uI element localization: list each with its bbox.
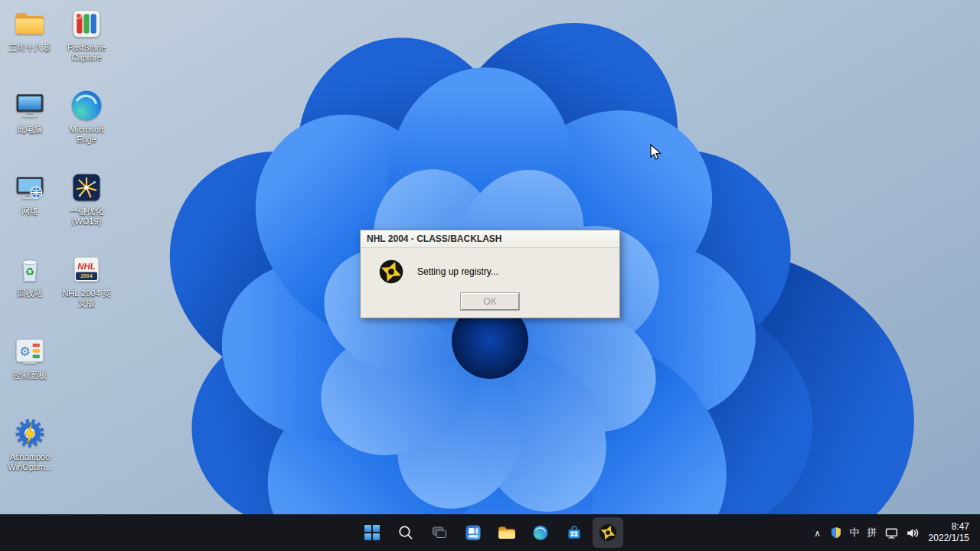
icon-label: 回收站 xyxy=(18,289,43,298)
recycle-bin-icon: ♻ xyxy=(12,252,47,287)
svg-text:♻: ♻ xyxy=(25,266,34,278)
svg-text:2004: 2004 xyxy=(80,273,93,279)
tray-shield-icon[interactable] xyxy=(826,517,846,548)
desktop-icon-ashampoo[interactable]: Ashampoo WinOptim... xyxy=(2,414,58,496)
taskbar: ∧ 中 拼 8:47 2022/1/15 xyxy=(0,514,980,551)
search-icon xyxy=(397,523,415,542)
folder-icon xyxy=(12,6,47,41)
computer-icon xyxy=(12,88,47,123)
icon-label: 一键优化 (WO19) xyxy=(59,207,114,227)
svg-text:NHL: NHL xyxy=(77,262,95,271)
tray-chevron-icon[interactable]: ∧ xyxy=(809,518,826,549)
nhl-installer-button[interactable] xyxy=(593,517,623,548)
nhl-blade-icon xyxy=(598,523,618,543)
task-view-button[interactable] xyxy=(424,517,455,548)
icon-label: 三街十八巷 xyxy=(9,43,51,53)
widgets-button[interactable] xyxy=(458,517,488,548)
network-icon[interactable] xyxy=(881,517,902,548)
edge-button[interactable] xyxy=(525,517,556,548)
icon-label: 控制面板 xyxy=(13,370,47,380)
nhl-blade-icon xyxy=(377,258,405,285)
desktop-icon-control-panel[interactable]: ⚙ 控制面板 xyxy=(2,332,58,414)
start-button[interactable] xyxy=(357,517,387,548)
volume-icon[interactable] xyxy=(902,517,923,548)
dialog-title-text: NHL 2004 - CLASS/BACKLASH xyxy=(367,233,501,244)
desktop-icon-nhl-game[interactable]: NHL 2004 NHL 2004 英文版 xyxy=(58,250,115,332)
network-monitor-icon xyxy=(12,170,47,205)
taskbar-center xyxy=(357,517,623,548)
icon-label: 此电脑 xyxy=(18,125,43,135)
tray-ime-mode[interactable]: 拼 xyxy=(864,517,881,548)
dialog-message: Setting up registry... xyxy=(417,266,498,277)
icon-label: Ashampoo WinOptim... xyxy=(2,452,57,472)
desktop-icons: 三街十八巷 FastStone Capture 此电脑 xyxy=(2,5,115,496)
widgets-icon xyxy=(464,523,482,542)
ok-button[interactable]: OK xyxy=(461,293,519,310)
desktop-icon-recycle-bin[interactable]: ♻ 回收站 xyxy=(2,250,58,332)
control-panel-icon: ⚙ xyxy=(12,334,47,369)
tray-clock[interactable]: 8:47 2022/1/15 xyxy=(923,521,975,544)
icon-label: NHL 2004 英文版 xyxy=(59,289,114,308)
dialog-body: Setting up registry... OK xyxy=(361,248,619,318)
optimizer-starburst-icon xyxy=(69,170,104,205)
desktop-icon-network[interactable]: 网络 xyxy=(2,168,58,250)
windows-start-icon xyxy=(363,523,381,542)
task-view-icon xyxy=(430,523,449,542)
icon-label: FastStone Capture xyxy=(59,43,114,63)
desktop-icon-optimize[interactable]: 一键优化 (WO19) xyxy=(58,168,115,250)
folder-icon xyxy=(497,523,517,543)
clock-date: 2022/1/15 xyxy=(929,533,969,544)
desktop-icon-faststone[interactable]: FastStone Capture xyxy=(58,5,115,86)
desktop-icon-this-pc[interactable]: 此电脑 xyxy=(2,86,58,168)
store-button[interactable] xyxy=(559,517,590,548)
store-bag-icon xyxy=(565,523,583,542)
installer-dialog: NHL 2004 - CLASS/BACKLASH Setting up reg… xyxy=(360,230,620,318)
desktop-icon-folder-sanjie[interactable]: 三街十八巷 xyxy=(2,5,58,86)
icon-label: 网络 xyxy=(21,207,38,217)
desktop-icon-edge[interactable]: Microsoft Edge xyxy=(58,86,115,168)
clock-time: 8:47 xyxy=(929,521,969,533)
faststone-icon xyxy=(69,6,104,41)
edge-icon xyxy=(69,88,104,123)
search-button[interactable] xyxy=(390,517,421,548)
tray-ime-language[interactable]: 中 xyxy=(846,517,864,548)
nhl-game-icon: NHL 2004 xyxy=(69,252,104,287)
svg-text:⚙: ⚙ xyxy=(19,344,31,358)
icon-label: Microsoft Edge xyxy=(59,125,114,145)
file-explorer-button[interactable] xyxy=(492,517,522,548)
gear-lightning-icon xyxy=(12,416,47,451)
dialog-titlebar[interactable]: NHL 2004 - CLASS/BACKLASH xyxy=(361,230,619,248)
system-tray: ∧ 中 拼 8:47 2022/1/15 xyxy=(809,514,975,551)
edge-icon xyxy=(531,523,550,542)
